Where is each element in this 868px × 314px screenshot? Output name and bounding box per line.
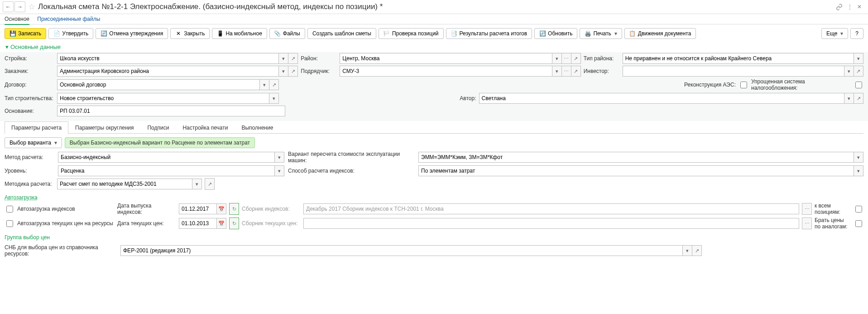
tab-main[interactable]: Основное <box>5 16 29 25</box>
link-icon[interactable] <box>836 4 843 10</box>
ellipsis-icon[interactable]: ⋯ <box>802 203 812 215</box>
mobile-button[interactable]: 📱На мобильное <box>212 28 267 39</box>
help-button[interactable]: ? <box>850 28 863 39</box>
varp-input[interactable] <box>418 152 854 163</box>
tab-params[interactable]: Параметры расчета <box>5 121 68 134</box>
tab-round[interactable]: Параметры округления <box>68 121 140 134</box>
dropdown-icon[interactable]: ▾ <box>854 53 863 64</box>
doc-icon: 📋 <box>629 30 636 37</box>
sposob-input[interactable] <box>418 165 854 176</box>
dogovor-input[interactable] <box>57 79 260 90</box>
open-icon[interactable]: ↗ <box>288 66 298 77</box>
uroven-input[interactable] <box>58 165 275 176</box>
results-button[interactable]: 📑Результаты расчета итогов <box>446 28 532 39</box>
autoload-link[interactable]: Автозагрузка <box>5 194 38 201</box>
check-button[interactable]: 🏳️Проверка позиций <box>379 28 444 39</box>
dropdown-icon[interactable]: ▾ <box>275 152 284 163</box>
reaes-checkbox[interactable] <box>740 82 747 88</box>
dropdown-icon[interactable]: ▾ <box>854 152 863 163</box>
open-icon[interactable]: ↗ <box>571 53 581 64</box>
open-icon[interactable]: ↗ <box>269 79 279 90</box>
star-icon[interactable]: ☆ <box>28 2 35 12</box>
zak-input[interactable] <box>57 66 279 77</box>
files-button[interactable]: 📎Файлы <box>269 28 305 39</box>
dropdown-icon[interactable]: ▾ <box>275 165 284 176</box>
dtek-input[interactable] <box>179 218 217 229</box>
ellipsis-icon[interactable]: ⋯ <box>562 66 571 77</box>
tab-exec[interactable]: Выполнение <box>235 121 280 134</box>
dropdown-icon[interactable]: ▾ <box>279 66 288 77</box>
tab-print[interactable]: Настройка печати <box>176 121 235 134</box>
kvsem-checkbox[interactable] <box>855 206 862 213</box>
usn-checkbox[interactable] <box>855 82 862 88</box>
save-button[interactable]: 💾Записать <box>5 28 46 39</box>
idx-checkbox[interactable] <box>6 206 13 213</box>
stroika-label: Стройка: <box>5 55 54 62</box>
close-icon[interactable]: ✕ <box>857 4 862 10</box>
dropdown-icon[interactable]: ▾ <box>192 179 202 189</box>
rayon-input[interactable] <box>340 53 552 64</box>
tek-checkbox[interactable] <box>6 220 13 227</box>
approve-icon: 📄 <box>53 30 60 37</box>
idx-label: Автозагрузка индексов <box>17 206 115 212</box>
menu-icon[interactable]: ⋮ <box>847 4 853 10</box>
tipr-input[interactable] <box>623 53 854 64</box>
dropdown-icon[interactable]: ▾ <box>552 66 562 77</box>
dropdown-icon[interactable]: ▾ <box>844 66 854 77</box>
sposob-label: Способ расчета индексов: <box>288 168 415 174</box>
dropdown-icon[interactable]: ▾ <box>683 245 692 256</box>
dropdown-icon[interactable]: ▾ <box>854 165 863 176</box>
reaes-label: Реконструкция АЭС: <box>663 82 736 88</box>
deny-button[interactable]: 🔄Отмена утверждения <box>96 28 168 39</box>
metod-label: Метод расчета: <box>5 154 54 160</box>
open-icon[interactable]: ↗ <box>205 178 215 190</box>
dropdown-icon[interactable]: ▾ <box>260 79 269 90</box>
didx-input[interactable] <box>179 203 217 214</box>
calendar-icon[interactable]: 📅 <box>217 218 226 229</box>
close-button[interactable]: ✕Закрыть <box>170 28 210 39</box>
ellipsis-icon[interactable]: ⋯ <box>562 53 571 64</box>
dropdown-icon[interactable]: ▾ <box>279 53 288 64</box>
print-button[interactable]: 🖨️Печать▾ <box>580 28 622 39</box>
moves-button[interactable]: 📋Движения документа <box>624 28 696 39</box>
section-main-data[interactable]: ▾Основные данные <box>0 43 868 52</box>
stroika-input[interactable] <box>57 53 279 64</box>
avtor-input[interactable] <box>479 93 845 104</box>
forward-button[interactable]: → <box>14 1 25 12</box>
sbtek-input[interactable] <box>303 218 799 229</box>
podr-label: Подрядчик: <box>301 68 337 74</box>
dropdown-icon[interactable]: ▾ <box>552 53 562 64</box>
open-icon[interactable]: ↗ <box>692 245 702 256</box>
metodika-input[interactable] <box>57 179 192 189</box>
podr-input[interactable] <box>340 66 552 77</box>
variant-button[interactable]: Выбор варианта▾ <box>5 137 62 148</box>
back-button[interactable]: ← <box>3 1 14 12</box>
dropdown-icon[interactable]: ▾ <box>844 93 854 104</box>
more-button[interactable]: Еще▾ <box>821 28 848 39</box>
open-icon[interactable]: ↗ <box>854 93 863 104</box>
refresh-tek-button[interactable]: ↻ <box>229 217 239 229</box>
template-button[interactable]: Создать шаблон сметы <box>307 28 376 39</box>
open-icon[interactable]: ↗ <box>288 53 298 64</box>
print-icon: 🖨️ <box>585 30 591 37</box>
tab-sign[interactable]: Подписи <box>140 121 176 134</box>
tips-input[interactable] <box>57 93 269 104</box>
brat-checkbox[interactable] <box>855 220 862 227</box>
refresh-idx-button[interactable]: ↻ <box>229 203 239 215</box>
metod-input[interactable] <box>58 152 275 163</box>
snb-input[interactable] <box>120 245 683 256</box>
inv-input[interactable] <box>623 66 844 77</box>
tab-files[interactable]: Присоединенные файлы <box>37 16 100 22</box>
calendar-icon[interactable]: 📅 <box>217 203 226 214</box>
approve-button[interactable]: 📄Утвердить <box>48 28 93 39</box>
brat-label: Брать цены по аналогам: <box>815 217 851 230</box>
dropdown-icon[interactable]: ▾ <box>269 93 279 104</box>
open-icon[interactable]: ↗ <box>571 66 581 77</box>
zak-label: Заказчик: <box>5 68 54 74</box>
sbidx-input[interactable] <box>303 203 799 214</box>
ellipsis-icon[interactable]: ⋯ <box>802 217 812 229</box>
osn-input[interactable] <box>57 106 285 116</box>
refresh-button[interactable]: 🔃Обновить <box>534 28 577 39</box>
tips-label: Тип строительства: <box>5 95 54 101</box>
open-icon[interactable]: ↗ <box>854 66 863 77</box>
